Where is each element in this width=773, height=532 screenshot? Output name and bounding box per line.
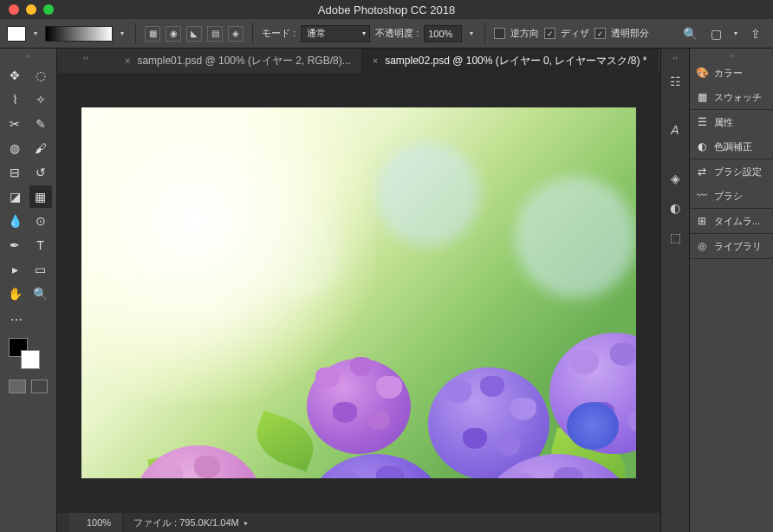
quickmask-mode-button[interactable] xyxy=(31,380,49,393)
swatches-panel-tab[interactable]: ▦スウォッチ xyxy=(690,85,773,109)
healing-brush-tool[interactable]: ◍ xyxy=(3,137,26,159)
share-icon[interactable]: ⇪ xyxy=(745,23,766,44)
edit-toolbar-button[interactable]: ⋯ xyxy=(5,308,28,331)
history-panel-icon[interactable]: ☷ xyxy=(665,71,685,92)
panel-label: 属性 xyxy=(714,116,733,129)
eraser-tool[interactable]: ◪ xyxy=(3,185,26,208)
opacity-label: 不透明度 : xyxy=(375,27,419,40)
search-icon[interactable]: 🔍 xyxy=(679,23,700,44)
clone-stamp-tool[interactable]: ⊟ xyxy=(3,161,26,184)
transparency-label: 透明部分 xyxy=(611,27,649,40)
opacity-dropdown-icon[interactable]: ▾ xyxy=(467,29,476,38)
adjustments-panel-tab[interactable]: ◐色調補正 xyxy=(690,134,773,159)
blur-tool[interactable]: 💧 xyxy=(3,210,26,232)
pen-tool[interactable]: ✒ xyxy=(3,234,26,256)
opacity-input[interactable]: 100% xyxy=(424,25,462,42)
canvas[interactable] xyxy=(81,107,636,478)
type-tool[interactable]: T xyxy=(29,234,52,256)
history-brush-tool[interactable]: ↺ xyxy=(29,161,52,184)
panel-label: カラー xyxy=(714,67,743,80)
brushes-panel-tab[interactable]: 〰ブラシ xyxy=(690,184,773,208)
channels-panel-icon[interactable]: ◐ xyxy=(665,198,685,218)
marquee-tool[interactable]: ◌ xyxy=(29,64,52,87)
layers-panel-icon[interactable]: ◈ xyxy=(665,168,685,189)
file-info-dropdown-icon[interactable]: ▸ xyxy=(244,519,248,527)
diamond-gradient-button[interactable]: ◈ xyxy=(228,26,244,42)
path-selection-tool[interactable]: ▸ xyxy=(3,258,26,281)
blend-mode-select[interactable]: 通常 xyxy=(301,25,370,42)
dock-collapse-icon[interactable]: ‹‹ xyxy=(672,54,678,66)
toolbox-collapse-icon[interactable]: ‹‹ xyxy=(0,52,56,62)
zoom-tool[interactable]: 🔍 xyxy=(29,282,52,305)
radial-gradient-button[interactable]: ◉ xyxy=(166,26,181,42)
document-tab[interactable]: × sample02.psd @ 100% (レイヤー 0, レイヤーマスク/8… xyxy=(362,49,659,73)
gradient-tool[interactable]: ▦ xyxy=(29,185,52,208)
gradient-dropdown-icon[interactable]: ▾ xyxy=(118,29,127,38)
dither-checkbox[interactable] xyxy=(544,28,555,39)
canvas-viewport[interactable] xyxy=(57,73,660,513)
status-bar: 100% ファイル : 795.0K/1.04M ▸ xyxy=(57,513,660,532)
document-area: ›› × sample01.psd @ 100% (レイヤー 2, RGB/8)… xyxy=(57,49,660,532)
blend-mode-value: 通常 xyxy=(307,27,326,40)
panel-label: 色調補正 xyxy=(714,140,752,153)
file-info[interactable]: ファイル : 795.0K/1.04M xyxy=(123,516,239,529)
workspace-icon[interactable]: ▢ xyxy=(705,23,726,44)
character-panel-icon[interactable]: A xyxy=(665,120,685,140)
libraries-panel-tab[interactable]: ◎ライブラリ xyxy=(690,234,773,258)
panels-collapse-icon[interactable]: ›› xyxy=(690,49,773,61)
panel-label: ブラシ設定 xyxy=(714,165,762,178)
palette-icon: 🎨 xyxy=(695,66,709,80)
lasso-tool[interactable]: ⌇ xyxy=(3,88,26,111)
opacity-value: 100% xyxy=(428,29,452,39)
background-color[interactable] xyxy=(21,350,40,369)
color-panel-tab[interactable]: 🎨カラー xyxy=(690,61,773,85)
panel-label: ブラシ xyxy=(714,190,743,203)
document-tab[interactable]: × sample01.psd @ 100% (レイヤー 2, RGB/8)... xyxy=(114,49,362,73)
rectangle-tool[interactable]: ▭ xyxy=(29,258,52,281)
gradient-preview[interactable] xyxy=(45,26,113,42)
angle-gradient-button[interactable]: ◣ xyxy=(186,26,202,42)
crop-tool[interactable]: ✂ xyxy=(3,113,26,135)
panel-label: タイムラ... xyxy=(714,215,760,228)
brush-icon: 〰 xyxy=(695,189,709,203)
standard-mode-button[interactable] xyxy=(9,380,26,393)
workspace-dropdown-icon[interactable]: ▾ xyxy=(731,29,740,38)
brush-settings-panel-tab[interactable]: ⇄ブラシ設定 xyxy=(690,159,773,184)
tab-label: sample01.psd @ 100% (レイヤー 2, RGB/8)... xyxy=(137,54,350,68)
reflected-gradient-button[interactable]: ▤ xyxy=(207,26,223,42)
paths-panel-icon[interactable]: ⬚ xyxy=(665,227,685,248)
zoom-level[interactable]: 100% xyxy=(69,513,123,532)
title-bar: Adobe Photoshop CC 2018 xyxy=(0,0,773,19)
document-tabs: ›› × sample01.psd @ 100% (レイヤー 2, RGB/8)… xyxy=(57,49,660,73)
reverse-label: 逆方向 xyxy=(510,27,539,40)
options-bar: ▾ ▾ ▦ ◉ ◣ ▤ ◈ モード : 通常 不透明度 : 100% ▾ 逆方向… xyxy=(0,19,773,49)
panels-column: ›› 🎨カラー ▦スウォッチ ☰属性 ◐色調補正 ⇄ブラシ設定 〰ブラシ ⊞タイ… xyxy=(690,49,773,532)
tab-label: sample02.psd @ 100% (レイヤー 0, レイヤーマスク/8) … xyxy=(385,54,646,68)
contrast-icon: ◐ xyxy=(695,139,709,153)
color-swatches xyxy=(0,333,56,373)
linear-gradient-button[interactable]: ▦ xyxy=(145,26,160,42)
reverse-checkbox[interactable] xyxy=(494,28,505,39)
close-tab-icon[interactable]: × xyxy=(125,55,130,66)
tabs-collapse-icon[interactable]: ›› xyxy=(57,49,114,73)
cloud-icon: ◎ xyxy=(695,239,709,253)
properties-panel-tab[interactable]: ☰属性 xyxy=(690,110,773,134)
magic-wand-tool[interactable]: ✧ xyxy=(29,88,52,111)
close-tab-icon[interactable]: × xyxy=(373,55,378,66)
move-tool[interactable]: ✥ xyxy=(3,64,26,87)
tool-preset-swatch[interactable] xyxy=(7,26,26,42)
separator xyxy=(135,23,136,44)
hand-tool[interactable]: ✋ xyxy=(3,282,26,305)
tool-preset-dropdown-icon[interactable]: ▾ xyxy=(31,29,40,38)
eyedropper-tool[interactable]: ✎ xyxy=(29,113,52,135)
timeline-panel-tab[interactable]: ⊞タイムラ... xyxy=(690,209,773,233)
brush-tool[interactable]: 🖌 xyxy=(29,137,52,159)
timeline-icon: ⊞ xyxy=(695,214,709,228)
transparency-checkbox[interactable] xyxy=(594,28,606,39)
separator xyxy=(252,23,253,44)
grid-icon: ▦ xyxy=(695,90,709,104)
app-title: Adobe Photoshop CC 2018 xyxy=(0,3,773,16)
dither-label: ディザ xyxy=(561,27,589,40)
sliders-icon: ☰ xyxy=(695,115,709,129)
dodge-tool[interactable]: ⊙ xyxy=(29,210,52,232)
